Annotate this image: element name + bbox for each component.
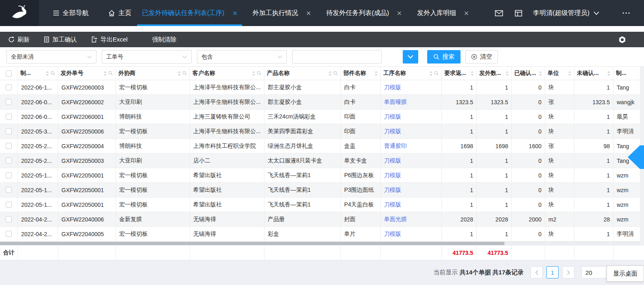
process-link[interactable]: 单面哑膜 — [384, 99, 407, 106]
sort-carets-icon[interactable] — [46, 71, 49, 76]
column-header-product[interactable]: 产品名称 — [264, 67, 341, 80]
row-checkbox[interactable] — [6, 187, 12, 193]
page-next-button[interactable] — [562, 266, 574, 278]
side-panel-toggle[interactable] — [628, 145, 644, 169]
user-menu[interactable]: 李明清(超级管理员) — [533, 9, 599, 18]
row-checkbox[interactable] — [6, 99, 12, 105]
cell-product: 太太口服液8只装卡盒 — [264, 153, 341, 168]
column-search-icon[interactable] — [182, 71, 187, 76]
sort-carets-icon[interactable] — [505, 71, 509, 76]
select-all-checkbox[interactable] — [6, 70, 12, 77]
row-checkbox[interactable] — [6, 158, 12, 164]
tab-outsourcing-execution[interactable]: 外加工执行情况 — [248, 0, 316, 26]
cell-process: 刀模版 — [381, 183, 442, 197]
tab-dispatched-pending-confirm[interactable]: 已发外待确认任务列表(工序) — [137, 0, 242, 26]
cell-part: 印面 — [341, 124, 381, 138]
row-select-cell — [0, 183, 18, 197]
page-prev-button[interactable] — [530, 266, 543, 278]
column-search-icon[interactable] — [108, 71, 113, 76]
keyword-input[interactable] — [292, 50, 382, 64]
cell-unit: 块 — [545, 227, 574, 241]
row-checkbox[interactable] — [6, 84, 12, 90]
export-excel-button[interactable]: 导出Excel — [91, 36, 128, 44]
horizontal-scrollbar[interactable] — [0, 241, 644, 246]
sort-carets-icon[interactable] — [328, 71, 332, 76]
process-link[interactable]: 刀模版 — [384, 201, 401, 208]
clear-button[interactable]: 清空 — [465, 50, 498, 64]
mail-icon[interactable] — [495, 10, 503, 17]
close-icon[interactable] — [464, 11, 469, 15]
column-header-unconfirmed_qty[interactable]: 未确认... — [574, 67, 613, 80]
process-link[interactable]: 单面光膜 — [384, 216, 407, 223]
page-number-button[interactable]: 1 — [546, 266, 559, 278]
sort-carets-icon[interactable] — [103, 71, 107, 76]
cell-confirmed_qty: 1600 — [512, 139, 545, 153]
sort-carets-icon[interactable] — [568, 71, 572, 76]
cell-product: 美莱四季面霜彩盒 — [264, 124, 341, 138]
sort-carets-icon[interactable] — [374, 71, 378, 76]
column-header-order_no[interactable]: 发外单号 — [58, 67, 116, 80]
column-label: 未确认... — [577, 70, 599, 77]
row-checkbox[interactable] — [6, 216, 12, 222]
row-checkbox[interactable] — [6, 202, 12, 208]
row-checkbox[interactable] — [6, 172, 12, 178]
column-header-part[interactable]: 部件名称 — [341, 67, 381, 80]
sort-carets-icon[interactable] — [607, 71, 611, 76]
row-checkbox[interactable] — [6, 128, 12, 134]
sort-carets-icon[interactable] — [539, 71, 542, 76]
workbench-icon[interactable] — [515, 10, 522, 17]
process-link[interactable]: 刀模版 — [384, 172, 401, 179]
close-icon[interactable] — [306, 11, 311, 15]
column-header-sent_qty[interactable]: 发外数... — [477, 67, 512, 80]
sort-carets-icon[interactable] — [429, 71, 433, 76]
column-header-customer[interactable]: 客户名称 — [190, 67, 264, 80]
column-header-confirmed_qty[interactable]: 已确认... — [512, 67, 545, 80]
horizontal-scrollbar-thumb[interactable] — [0, 242, 504, 245]
column-search-icon[interactable] — [434, 71, 439, 76]
process-link[interactable]: 刀模版 — [384, 230, 401, 238]
tab-home[interactable]: 主页 — [108, 0, 131, 26]
gear-icon[interactable] — [618, 36, 626, 44]
column-search-icon[interactable] — [257, 71, 262, 76]
page-size-select[interactable]: 20 — [581, 266, 608, 278]
expand-filter-button[interactable] — [403, 50, 418, 64]
column-header-make_date[interactable]: 制... — [18, 67, 58, 80]
column-header-maker[interactable]: 制... — [613, 67, 644, 80]
process-link[interactable]: 刀模版 — [384, 186, 401, 194]
tab-pending-dispatch-finished[interactable]: 待发外任务列表(成品) — [321, 0, 407, 26]
field-filter-select[interactable]: 工单号 — [102, 50, 192, 64]
row-checkbox[interactable] — [6, 143, 12, 149]
nav-all-menu[interactable]: 全部导航 — [53, 0, 89, 26]
search-button[interactable]: 搜索 — [427, 50, 461, 64]
sort-carets-icon[interactable] — [177, 71, 181, 76]
row-checkbox[interactable] — [6, 114, 12, 120]
tab-dispatch-inbound-detail[interactable]: 发外入库明细 — [412, 0, 474, 26]
process-link[interactable]: 刀模版 — [384, 157, 401, 164]
close-icon[interactable] — [397, 11, 402, 15]
cell-customer: 上海泽平生物科技有限公... — [190, 80, 264, 94]
column-header-required_qty[interactable]: 要求返... — [442, 67, 477, 80]
row-checkbox[interactable] — [6, 231, 12, 237]
process-link[interactable]: 刀模版 — [384, 84, 401, 91]
process-confirm-button[interactable]: 加工确认 — [44, 36, 77, 44]
refresh-button[interactable]: 刷新 — [8, 36, 30, 44]
column-search-icon[interactable] — [50, 71, 55, 76]
column-search-icon[interactable] — [333, 71, 338, 76]
column-header-unit[interactable]: 单位 — [545, 67, 574, 80]
status-filter-select[interactable]: 全部未清 — [7, 50, 96, 64]
sort-carets-icon[interactable] — [470, 71, 474, 76]
table-row: 2022-04-2...GXFW22040005宏一模切板无锡海得彩盒单片刀模版… — [0, 227, 644, 241]
column-header-process[interactable]: 工序名称 — [381, 67, 442, 80]
more-icon[interactable] — [622, 12, 630, 14]
operator-filter-select[interactable]: 包含 — [197, 50, 287, 64]
process-link[interactable]: 刀模版 — [384, 128, 401, 135]
process-link[interactable]: 刀模版 — [384, 113, 401, 121]
confirm-doc-icon — [44, 36, 50, 43]
column-header-vendor[interactable]: 外协商 — [116, 67, 190, 80]
close-icon[interactable] — [233, 11, 237, 15]
force-clear-button[interactable]: 强制清除 — [152, 36, 177, 44]
cell-customer: 无锡海得 — [190, 212, 264, 226]
sort-carets-icon[interactable] — [252, 71, 255, 76]
process-link[interactable]: 普通胶印 — [384, 142, 407, 150]
table-row: 2022-05-1...GXFW22050001宏一模切板希望出版社飞天线香—茉… — [0, 168, 644, 183]
